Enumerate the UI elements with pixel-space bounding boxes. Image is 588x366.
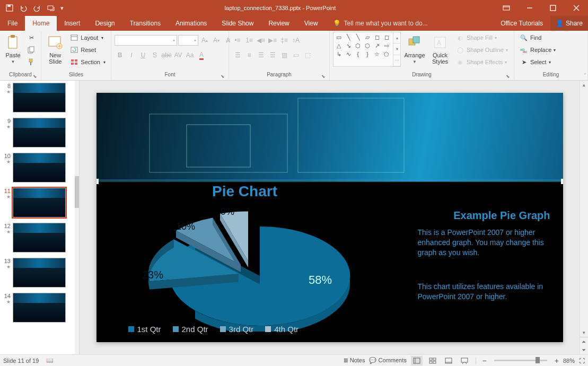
qat-customize-button[interactable]: ▾ (58, 2, 66, 14)
columns-button[interactable]: ▥ (279, 50, 289, 60)
zoom-out-button[interactable]: − (482, 356, 487, 365)
align-center-button[interactable]: ≡ (244, 50, 254, 60)
slide-guide[interactable] (96, 180, 563, 182)
thumbnail-slide-9[interactable]: 9★ (0, 116, 79, 151)
zoom-slider[interactable] (494, 360, 547, 361)
justify-button[interactable]: ☰ (267, 50, 278, 60)
minimize-button[interactable] (518, 0, 541, 16)
shadow-button[interactable]: S (150, 50, 160, 60)
drawing-launcher[interactable]: ⬊ (505, 74, 511, 79)
align-left-button[interactable]: ☰ (232, 50, 243, 60)
undo-button[interactable] (17, 2, 30, 14)
copy-button[interactable] (25, 44, 38, 56)
underline-button[interactable]: U (138, 50, 148, 60)
paragraph-launcher[interactable]: ⬊ (321, 74, 326, 79)
replace-button[interactable]: abacReplace▾ (517, 44, 558, 56)
zoom-in-button[interactable]: + (555, 356, 559, 365)
thumbnail-slide-12[interactable]: 12★ (0, 221, 79, 256)
align-right-button[interactable]: ☰ (256, 50, 266, 60)
line-spacing-button[interactable]: ‡≡ (279, 35, 289, 46)
new-slide-button[interactable]: New Slide (45, 32, 66, 65)
next-slide-button[interactable]: ⏷ (580, 346, 588, 354)
start-from-beginning-button[interactable] (45, 2, 57, 14)
strikethrough-button[interactable]: abc (161, 50, 172, 60)
font-launcher[interactable]: ⬊ (220, 74, 225, 79)
text-direction-button[interactable]: ↕A (291, 35, 301, 46)
thumbnail-slide-10[interactable]: 10★ (0, 151, 79, 186)
maximize-button[interactable] (541, 0, 565, 16)
share-button[interactable]: 👤Share (550, 16, 588, 31)
tab-animations[interactable]: Animations (168, 16, 214, 31)
reset-button[interactable]: Reset (68, 44, 108, 56)
smartart-button[interactable]: ⬚ (302, 50, 313, 60)
save-button[interactable] (3, 2, 16, 14)
font-size-combo[interactable]: ▾ (178, 35, 198, 46)
office-tutorials-link[interactable]: Office Tutorials (493, 16, 550, 31)
reading-view-button[interactable] (443, 356, 454, 365)
char-spacing-button[interactable]: AV (173, 50, 183, 60)
tab-view[interactable]: View (297, 16, 326, 31)
slide-counter[interactable]: Slide 11 of 19 (3, 358, 39, 364)
normal-view-button[interactable] (411, 356, 423, 365)
notes-button[interactable]: ≣ Notes (344, 357, 365, 364)
clipboard-launcher[interactable]: ⬊ (32, 74, 38, 79)
shape-effects-button[interactable]: ◉Shape Effects▾ (454, 56, 510, 68)
decrease-indent-button[interactable]: ◀≡ (256, 35, 266, 46)
font-color-button[interactable]: A (196, 50, 207, 60)
shapes-gallery[interactable]: ▭╲╲▱◻◻ △↘⬡⬡↗⇨ ↳∿{}☆⬠ ▴▾⋯ (333, 32, 401, 67)
slide-canvas-area[interactable]: Pie Chart Example Pie Graph This is a Po… (80, 81, 580, 354)
slide-sorter-view-button[interactable] (427, 356, 438, 365)
section-button[interactable]: Section▾ (68, 56, 108, 68)
tab-slideshow[interactable]: Slide Show (214, 16, 261, 31)
fit-to-window-button[interactable]: ⛶ (579, 358, 585, 364)
tab-design[interactable]: Design (87, 16, 122, 31)
redo-button[interactable] (31, 2, 43, 14)
shapes-down[interactable]: ▾ (393, 43, 400, 55)
align-text-button[interactable]: ▭ (291, 50, 301, 60)
slideshow-view-button[interactable] (459, 356, 470, 365)
bullets-button[interactable]: •≡ (232, 35, 243, 46)
italic-button[interactable]: I (126, 50, 137, 60)
canvas-vertical-scrollbar[interactable]: ▴ ▾ ⏶ ⏷ (580, 81, 588, 354)
select-button[interactable]: ➤Select▾ (517, 56, 558, 68)
slide[interactable]: Pie Chart Example Pie Graph This is a Po… (96, 93, 563, 342)
slide-thumbnails-pane[interactable]: 8★9★10★11★12★13★14★ (0, 81, 80, 354)
shapes-more[interactable]: ⋯ (393, 55, 400, 66)
change-case-button[interactable]: Aa (185, 50, 195, 60)
arrange-button[interactable]: Arrange▼ (403, 32, 426, 64)
increase-indent-button[interactable]: ▶≡ (267, 35, 278, 46)
increase-font-button[interactable]: A▴ (199, 35, 210, 46)
shape-fill-button[interactable]: ◐Shape Fill▾ (454, 32, 510, 43)
font-name-combo[interactable]: ▾ (115, 35, 177, 46)
layout-button[interactable]: Layout▾ (68, 32, 108, 43)
thumbnail-slide-8[interactable]: 8★ (0, 81, 79, 116)
find-button[interactable]: 🔍Find (517, 32, 558, 43)
thumbnail-slide-13[interactable]: 13★ (0, 256, 79, 291)
decrease-font-button[interactable]: A▾ (211, 35, 222, 46)
tab-review[interactable]: Review (261, 16, 296, 31)
tab-transitions[interactable]: Transitions (122, 16, 168, 31)
close-button[interactable] (565, 0, 588, 16)
zoom-level[interactable]: 88% (563, 358, 575, 364)
shapes-up[interactable]: ▴ (393, 32, 400, 43)
tab-file[interactable]: File (0, 16, 25, 31)
tab-insert[interactable]: Insert (57, 16, 87, 31)
scroll-up[interactable]: ▴ (580, 81, 588, 89)
cut-button[interactable]: ✂ (25, 32, 38, 43)
tell-me[interactable]: 💡Tell me what you want to do... (326, 16, 428, 31)
quick-styles-button[interactable]: A Quick Styles (428, 32, 452, 65)
thumbnail-slide-14[interactable]: 14★ (0, 291, 79, 326)
shape-outline-button[interactable]: ◯Shape Outline▾ (454, 44, 510, 56)
numbering-button[interactable]: 1≡ (244, 35, 254, 46)
spellcheck-icon[interactable]: 📖 (46, 357, 54, 364)
format-painter-button[interactable] (25, 56, 38, 68)
bold-button[interactable]: B (115, 50, 125, 60)
paste-button[interactable]: Paste ▼ (3, 32, 23, 64)
scroll-down[interactable]: ▾ (580, 328, 588, 337)
thumbs-scrollbar[interactable] (75, 81, 79, 354)
comments-button[interactable]: 💬 Comments (369, 357, 406, 364)
tab-home[interactable]: Home (25, 16, 57, 31)
collapse-ribbon-button[interactable]: ˇ (584, 73, 586, 79)
thumbnail-slide-11[interactable]: 11★ (0, 186, 79, 221)
prev-slide-button[interactable]: ⏶ (580, 337, 588, 346)
